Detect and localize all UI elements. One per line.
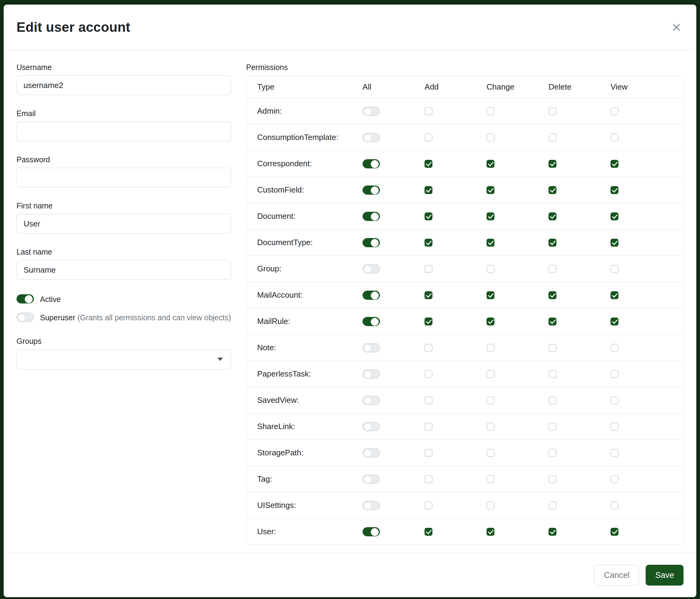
permission-delete-checkbox[interactable] [549,212,556,220]
permission-delete-checkbox[interactable] [549,160,556,168]
permission-all-toggle[interactable] [362,369,380,379]
permission-view-checkbox[interactable] [610,449,619,457]
permission-add-checkbox[interactable] [425,370,432,378]
permission-all-toggle[interactable] [362,501,380,510]
permission-delete-checkbox[interactable] [549,502,556,509]
permission-change-checkbox[interactable] [486,502,495,509]
permissions-table: Type All Add Change Delete View Admin: C… [246,76,683,545]
permission-view-checkbox[interactable] [610,291,619,299]
active-toggle[interactable] [17,294,34,304]
permission-change-checkbox[interactable] [486,397,495,404]
permission-add-checkbox[interactable] [425,212,432,220]
permission-add-checkbox[interactable] [425,397,432,404]
permission-view-checkbox[interactable] [610,265,619,273]
permission-change-checkbox[interactable] [486,291,495,299]
permission-view-checkbox[interactable] [610,212,619,220]
permission-all-toggle[interactable] [362,527,380,536]
permission-add-checkbox[interactable] [425,344,432,352]
permission-all-toggle[interactable] [362,107,380,116]
permission-delete-checkbox[interactable] [549,528,556,536]
permission-row: MailAccount: [247,282,683,308]
permission-add-checkbox[interactable] [425,160,432,168]
superuser-toggle[interactable] [17,313,34,322]
permission-delete-checkbox[interactable] [549,291,556,299]
permission-view-checkbox[interactable] [610,370,619,378]
permission-delete-checkbox[interactable] [549,239,556,247]
permission-view-checkbox[interactable] [610,475,619,483]
permission-add-checkbox[interactable] [425,475,432,483]
permission-all-toggle[interactable] [362,343,380,352]
permission-delete-checkbox[interactable] [549,186,556,194]
permission-all-toggle[interactable] [362,212,380,221]
permission-view-checkbox[interactable] [610,160,619,168]
first-name-input[interactable] [17,214,231,234]
permission-delete-checkbox[interactable] [549,107,556,115]
permission-add-checkbox[interactable] [425,423,432,431]
password-field[interactable] [17,168,231,187]
permission-all-toggle[interactable] [362,396,380,405]
permission-view-checkbox[interactable] [610,528,619,536]
cancel-button[interactable]: Cancel [594,565,639,585]
permission-change-checkbox[interactable] [486,107,495,115]
permission-change-checkbox[interactable] [486,134,495,142]
permission-delete-checkbox[interactable] [549,449,556,457]
permission-add-checkbox[interactable] [425,317,432,326]
permission-view-checkbox[interactable] [610,397,619,404]
permission-delete-checkbox[interactable] [549,475,556,483]
permission-add-checkbox[interactable] [425,291,432,299]
permission-change-checkbox[interactable] [486,475,495,483]
permission-delete-checkbox[interactable] [549,344,556,352]
permission-view-checkbox[interactable] [610,186,619,194]
groups-select[interactable] [17,349,231,369]
permission-delete-checkbox[interactable] [549,423,556,431]
permission-add-checkbox[interactable] [425,449,432,457]
close-button[interactable]: × [670,18,683,37]
permission-all-toggle[interactable] [362,291,380,300]
permission-all-toggle[interactable] [362,159,380,168]
permission-all-toggle[interactable] [362,264,380,273]
permission-all-toggle[interactable] [362,317,380,326]
permission-type: CustomField: [257,185,362,195]
permission-add-checkbox[interactable] [425,502,432,509]
permission-delete-checkbox[interactable] [549,317,556,326]
permission-change-checkbox[interactable] [486,239,495,247]
permission-change-checkbox[interactable] [486,317,495,326]
permission-view-checkbox[interactable] [610,423,619,431]
permission-change-checkbox[interactable] [486,449,495,457]
permission-add-checkbox[interactable] [425,186,432,194]
permission-view-checkbox[interactable] [610,317,619,326]
permission-change-checkbox[interactable] [486,423,495,431]
permission-change-checkbox[interactable] [486,344,495,352]
permission-change-checkbox[interactable] [486,160,495,168]
permission-view-checkbox[interactable] [610,107,619,115]
email-field[interactable] [17,122,231,141]
permission-change-checkbox[interactable] [486,370,495,378]
permission-all-toggle[interactable] [362,186,380,195]
permission-change-checkbox[interactable] [486,265,495,273]
permission-all-toggle[interactable] [362,448,380,457]
permission-add-checkbox[interactable] [425,134,432,142]
permission-all-toggle[interactable] [362,475,380,484]
last-name-input[interactable] [17,260,231,280]
permission-change-checkbox[interactable] [486,212,495,220]
permission-add-checkbox[interactable] [425,528,432,536]
permission-delete-checkbox[interactable] [549,265,556,273]
permission-all-toggle[interactable] [362,238,380,247]
permission-add-checkbox[interactable] [425,239,432,247]
permission-view-checkbox[interactable] [610,134,619,142]
permission-all-toggle[interactable] [362,422,380,431]
permission-add-checkbox[interactable] [425,265,432,273]
permission-delete-checkbox[interactable] [549,370,556,378]
permission-view-checkbox[interactable] [610,502,619,509]
permission-view-checkbox[interactable] [610,344,619,352]
permission-delete-checkbox[interactable] [549,134,556,142]
permission-add-checkbox[interactable] [425,107,432,115]
save-button[interactable]: Save [646,565,683,585]
permission-all-toggle[interactable] [362,133,380,142]
username-input[interactable] [17,75,231,95]
permission-delete-checkbox[interactable] [549,397,556,404]
email-label: Email [17,109,231,118]
permission-change-checkbox[interactable] [486,528,495,536]
permission-view-checkbox[interactable] [610,239,619,247]
permission-change-checkbox[interactable] [486,186,495,194]
